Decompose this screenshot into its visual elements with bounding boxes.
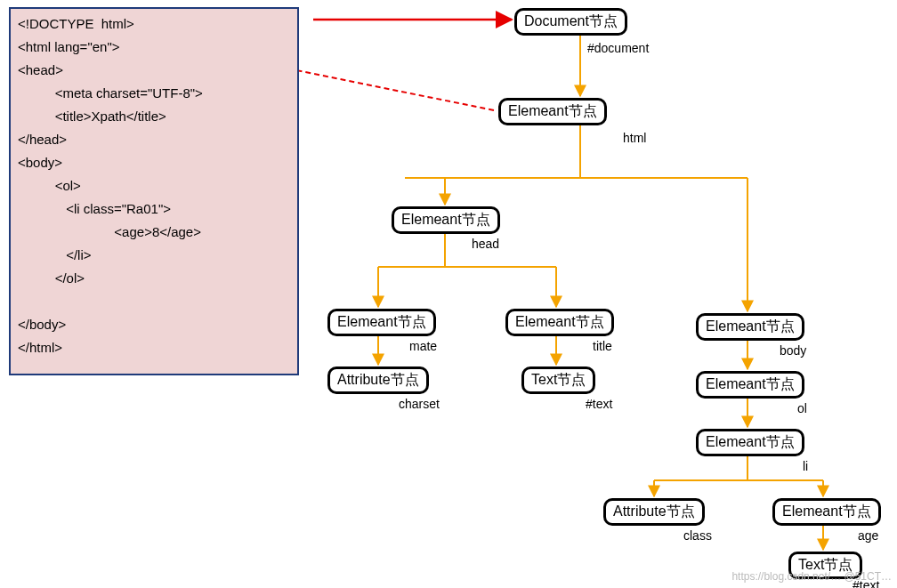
node-body: Elemeant节点 xyxy=(696,313,804,341)
label-class: class xyxy=(683,528,712,543)
label-body: body xyxy=(780,343,806,358)
label-text-title: #text xyxy=(586,397,612,411)
label-mate: mate xyxy=(409,339,437,353)
node-age: Elemeant节点 xyxy=(772,498,881,526)
node-attr-charset: Attribute节点 xyxy=(327,366,429,394)
label-age: age xyxy=(858,528,878,543)
diagram-canvas: { "code": { "lines": [ "<!DOCTYPE html>"… xyxy=(0,0,897,588)
code-box: <!DOCTYPE html> <html lang="en"> <head> … xyxy=(9,7,299,375)
node-title: Elemeant节点 xyxy=(505,309,614,336)
label-charset: charset xyxy=(399,397,440,411)
node-li: Elemeant节点 xyxy=(696,429,804,456)
label-head: head xyxy=(472,237,499,251)
node-ol: Elemeant节点 xyxy=(696,371,804,399)
code-content: <!DOCTYPE html> <html lang="en"> <head> … xyxy=(18,16,203,355)
watermark: https://blog.csdn.net/… @51CT… xyxy=(731,570,892,583)
node-mate: Elemeant节点 xyxy=(327,309,436,336)
node-attr-class: Attribute节点 xyxy=(603,498,705,526)
node-html: Elemeant节点 xyxy=(498,98,607,125)
label-title: title xyxy=(593,339,612,353)
label-ol: ol xyxy=(797,401,807,415)
node-text-title: Text节点 xyxy=(521,366,595,394)
node-document: Document节点 xyxy=(514,8,627,36)
label-li: li xyxy=(803,459,808,473)
label-html: html xyxy=(623,131,646,145)
node-head: Elemeant节点 xyxy=(392,206,500,234)
label-document: #document xyxy=(587,41,649,55)
